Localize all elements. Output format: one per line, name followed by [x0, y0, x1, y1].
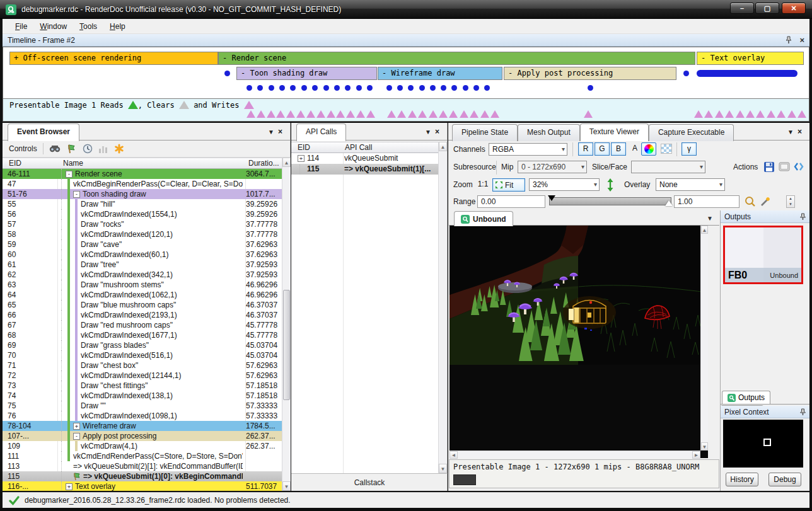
event-row[interactable]: 69Draw "grass blades"45.03704 [3, 340, 282, 350]
draw-dot[interactable] [451, 85, 457, 91]
expand-icon[interactable]: + [298, 155, 304, 162]
api-call-row[interactable]: 115=> vkQueueSubmit(1)[... [291, 164, 438, 175]
tab-mesh-output[interactable]: Mesh Output [518, 124, 580, 141]
timeline-marker[interactable]: - Wireframe draw [378, 67, 502, 80]
panel-close-icon[interactable]: × [435, 127, 443, 136]
api-list-scrollbar[interactable]: ▲ ▼ [438, 142, 447, 473]
draw-dot[interactable] [224, 71, 230, 76]
channel-r-toggle[interactable]: R [578, 142, 593, 156]
mip-combo[interactable]: 0 - 1272x690 [518, 161, 587, 173]
texture-list-dropdown-icon[interactable]: ▼ [707, 215, 713, 222]
draw-dot[interactable] [334, 85, 340, 91]
slice-face-combo[interactable] [631, 161, 705, 173]
range-black-point-handle[interactable] [548, 195, 555, 201]
event-row[interactable]: 63Draw "mushroom stems"46.96296 [3, 280, 282, 290]
tab-api-calls[interactable]: API Calls [296, 123, 346, 141]
event-row[interactable]: 73Draw "chest fittings"57.18518 [3, 381, 282, 391]
expand-icon[interactable]: + [73, 423, 80, 430]
range-spinner[interactable]: ▲▼ [786, 195, 795, 208]
pixel-history-button[interactable]: History [726, 473, 758, 486]
event-row[interactable]: 74vkCmdDrawIndexed(138,1)57.18518 [3, 391, 282, 401]
event-row[interactable]: 115=> vkQueueSubmit(1)[0]: vkBeginComman… [3, 471, 282, 481]
pixel-context-view[interactable] [723, 420, 803, 468]
range-white-point-handle[interactable] [665, 200, 673, 206]
draw-dot[interactable] [419, 85, 425, 91]
draw-dot[interactable] [484, 85, 490, 91]
channel-b-toggle[interactable]: B [611, 142, 626, 156]
api-table-header[interactable]: EID API Call [291, 142, 438, 153]
draw-dot[interactable] [386, 85, 392, 91]
event-row[interactable]: 78-104+Wireframe draw1784.5... [3, 421, 282, 431]
range-max-field[interactable]: 1.00 [674, 195, 740, 208]
texture-viewport[interactable]: ▲ ▼ ◄ ► [450, 226, 708, 458]
event-row[interactable]: 59Draw "cave"37.62963 [3, 239, 282, 250]
texture-preview-scene[interactable] [450, 226, 707, 365]
channel-g-toggle[interactable]: G [594, 142, 610, 156]
event-table-header[interactable]: EID Name Duratio... [3, 158, 282, 169]
draw-dot[interactable] [430, 85, 436, 91]
flip-y-icon[interactable] [606, 178, 615, 192]
pixel-context-pin-icon[interactable] [800, 408, 806, 418]
zoom-fit-button[interactable]: Fit [492, 178, 525, 192]
event-row[interactable]: 113=> vkQueueSubmit(2)[1]: vkEndCommandB… [3, 461, 282, 471]
event-row[interactable]: 61Draw "tree"37.92593 [3, 260, 282, 270]
draw-dot[interactable] [463, 85, 468, 91]
draw-dot[interactable] [323, 85, 329, 91]
zoom-1-1-button[interactable]: 1:1 [475, 178, 491, 192]
event-row[interactable]: 57Draw "rocks"37.77778 [3, 219, 282, 229]
event-row[interactable]: 56vkCmdDrawIndexed(1554,1)39.25926 [3, 209, 282, 219]
tab-unbound-texture[interactable]: Unbound [454, 211, 513, 226]
event-row[interactable]: 64vkCmdDrawIndexed(1062,1)46.96296 [3, 290, 282, 300]
event-row[interactable]: 58vkCmdDrawIndexed(120,1)37.77778 [3, 229, 282, 239]
custom-background-colorwheel-icon[interactable] [641, 142, 656, 156]
draw-dot[interactable] [345, 85, 351, 91]
event-row[interactable]: 70vkCmdDrawIndexed(516,1)45.03704 [3, 350, 282, 360]
channels-combo[interactable]: RGBA [489, 143, 567, 156]
draw-dot[interactable] [301, 85, 307, 91]
tab-texture-viewer[interactable]: Texture Viewer [580, 123, 649, 141]
tab-pipeline-state[interactable]: Pipeline State [452, 124, 518, 141]
scroll-up-arrow[interactable]: ▲ [282, 158, 291, 167]
find-event-icon[interactable] [49, 144, 61, 154]
pixel-debug-button[interactable]: Debug [768, 473, 801, 486]
open-external-icon[interactable] [779, 162, 790, 171]
scroll-down-arrow[interactable]: ▼ [282, 481, 291, 491]
zoom-range-icon[interactable] [745, 196, 756, 207]
checkerboard-background-icon[interactable] [661, 144, 672, 154]
event-row[interactable]: 109vkCmdDraw(4,1)262.37... [3, 441, 282, 451]
tab-outputs[interactable]: Outputs [722, 391, 770, 404]
panel-menu-icon[interactable]: ▼ [787, 129, 798, 135]
event-row[interactable]: 47vkCmdBeginRenderPass(C=Clear, D=Clear,… [3, 179, 282, 189]
outputs-pin-icon[interactable] [800, 213, 806, 222]
save-texture-icon[interactable] [763, 161, 775, 173]
timeline-marker[interactable]: - Toon shading draw [236, 67, 377, 80]
event-row[interactable]: 116-...+Text overlay511.7037 [3, 481, 282, 491]
timeline-marker[interactable]: - Render scene [218, 52, 695, 65]
show-durations-clock-icon[interactable] [83, 144, 93, 154]
draw-dot[interactable] [441, 85, 446, 91]
draw-dot[interactable] [408, 85, 414, 91]
timeline-marker[interactable]: - Text overlay [697, 52, 804, 65]
menu-file[interactable]: File [9, 19, 33, 33]
draw-dot[interactable] [246, 85, 252, 91]
expand-icon[interactable]: + [66, 483, 72, 490]
event-row[interactable]: 46-111-Render scene3064.7... [3, 169, 282, 179]
range-min-field[interactable]: 0.00 [477, 195, 545, 208]
tab-capture-executable[interactable]: Capture Executable [649, 124, 734, 141]
scroll-down-arrow[interactable]: ▼ [439, 464, 447, 473]
minimize-button[interactable]: – [730, 3, 754, 14]
draw-dot[interactable] [588, 85, 593, 91]
timeline-marker[interactable]: - Apply post processing [504, 67, 676, 80]
channel-a-toggle[interactable]: A [627, 142, 642, 156]
menu-tools[interactable]: Tools [73, 19, 103, 33]
event-row[interactable]: 66vkCmdDrawIndexed(2193,1)46.37037 [3, 310, 282, 320]
draw-dot[interactable] [356, 85, 362, 91]
preview-hscrollbar[interactable]: ◄ ► [450, 451, 700, 458]
scroll-up-arrow[interactable]: ▲ [439, 142, 447, 151]
fb0-thumbnail[interactable]: FB0 Unbound [723, 226, 803, 284]
draw-dot[interactable] [290, 85, 296, 91]
panel-close-icon[interactable]: × [798, 127, 806, 136]
maximize-button[interactable]: ▢ [755, 3, 779, 14]
event-row[interactable]: 55Draw "hill"39.25926 [3, 199, 282, 209]
draw-dot[interactable] [269, 85, 274, 91]
